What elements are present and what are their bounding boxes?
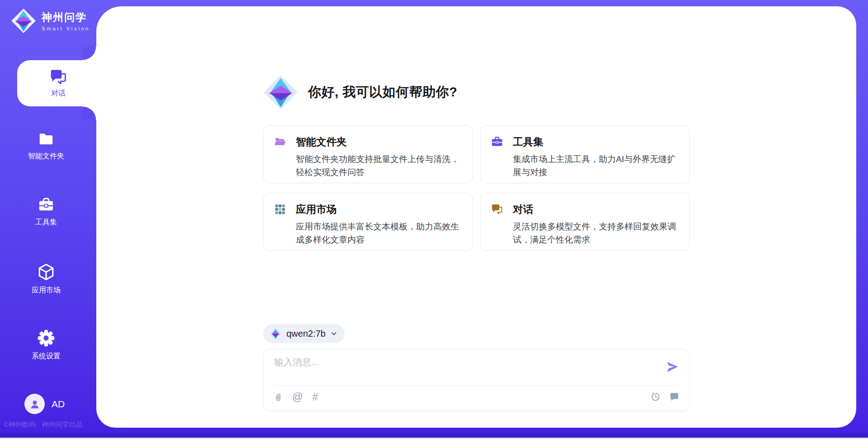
history-button[interactable]	[651, 391, 661, 402]
assistant-diamond-icon	[263, 75, 298, 110]
sidebar-item-label: 智能文件夹	[28, 152, 64, 161]
message-input[interactable]	[274, 356, 654, 382]
send-button[interactable]	[665, 360, 679, 375]
card-title: 对话	[513, 202, 533, 216]
gear-icon	[37, 329, 56, 348]
brand-logo: 神州问学 Smart Vision	[11, 8, 90, 33]
copyright-text: ©神州数码 · 神州问学出品	[4, 420, 96, 429]
composer-tools: @ #	[274, 391, 318, 402]
sidebar-item-label: 对话	[51, 89, 66, 98]
send-icon	[665, 360, 679, 374]
greeting-text: 你好, 我可以如何帮助你?	[308, 83, 458, 101]
person-icon	[29, 398, 41, 410]
history-icon	[651, 391, 661, 402]
brand-title: 神州问学	[42, 10, 90, 24]
card-app-market[interactable]: 应用市场 应用市场提供丰富长文本模板，助力高效生成多样化文章内容	[263, 193, 473, 251]
main-panel: 你好, 我可以如何帮助你? 智能文件夹 智能文件夹功能支持批量文件上传与清洗，轻…	[96, 6, 856, 428]
sidebar-item-smart-folder[interactable]: 智能文件夹	[0, 130, 92, 161]
brand-subtitle: Smart Vision	[42, 26, 90, 31]
paperclip-icon	[274, 392, 283, 402]
avatar	[24, 394, 45, 414]
user-account[interactable]: AD	[24, 394, 65, 414]
card-description: 灵活切换多模型文件，支持多样回复效果调试，满足个性化需求	[491, 220, 679, 246]
mention-button[interactable]: @	[292, 391, 303, 402]
conversation-button[interactable]	[669, 391, 679, 402]
composer-divider	[274, 386, 679, 386]
content-column: 你好, 我可以如何帮助你? 智能文件夹 智能文件夹功能支持批量文件上传与清洗，轻…	[263, 6, 690, 428]
composer-actions	[651, 391, 679, 402]
model-diamond-icon	[269, 328, 282, 340]
card-title: 智能文件夹	[296, 135, 347, 149]
cube-icon	[37, 262, 56, 282]
app-root: { "brand": { "title": "神州问学", "subtitle"…	[0, 0, 868, 439]
tab-fillet-top	[83, 47, 96, 60]
chat-icon	[49, 69, 67, 86]
sidebar: 神州问学 Smart Vision 对话 智能文件夹 工具集 应用市场	[0, 0, 96, 439]
sidebar-item-label: 应用市场	[32, 286, 61, 295]
card-description: 应用市场提供丰富长文本模板，助力高效生成多样化文章内容	[274, 220, 462, 246]
sidebar-item-label: 系统设置	[32, 352, 61, 361]
folder-icon	[37, 130, 55, 148]
card-smart-folder[interactable]: 智能文件夹 智能文件夹功能支持批量文件上传与清洗，轻松实现文件问答	[263, 125, 473, 183]
attach-button[interactable]	[274, 392, 283, 402]
card-chat[interactable]: 对话 灵活切换多模型文件，支持多样回复效果调试，满足个性化需求	[480, 193, 690, 251]
sidebar-item-app-market[interactable]: 应用市场	[0, 262, 92, 295]
sidebar-item-chat[interactable]: 对话	[17, 60, 99, 106]
brand-diamond-icon	[11, 8, 36, 33]
grid-icon	[274, 203, 286, 215]
at-icon: @	[292, 391, 303, 402]
chevron-down-icon	[330, 330, 337, 337]
greeting-block: 你好, 我可以如何帮助你?	[263, 75, 458, 110]
card-title: 应用市场	[296, 202, 337, 216]
card-title: 工具集	[513, 135, 544, 149]
tab-fillet-bottom	[83, 106, 96, 120]
user-name: AD	[52, 399, 65, 410]
chat-bubble-filled-icon	[669, 391, 679, 402]
sidebar-item-label: 工具集	[35, 218, 57, 227]
card-description: 集成市场上主流工具，助力AI与外界无缝扩展与对接	[491, 153, 679, 179]
hashtag-button[interactable]: #	[312, 391, 318, 402]
bottom-strip-dark	[0, 433, 868, 438]
model-selector[interactable]: qwen2:7b	[263, 324, 345, 343]
folder-open-icon	[274, 136, 286, 148]
card-description: 智能文件夹功能支持批量文件上传与清洗，轻松实现文件问答	[274, 153, 462, 179]
sidebar-item-toolbox[interactable]: 工具集	[0, 196, 92, 227]
feature-cards: 智能文件夹 智能文件夹功能支持批量文件上传与清洗，轻松实现文件问答 工具集 集成…	[263, 125, 690, 251]
briefcase-icon	[491, 136, 503, 148]
chat-bubbles-icon	[491, 203, 503, 215]
sidebar-item-settings[interactable]: 系统设置	[0, 329, 92, 361]
toolbox-icon	[37, 196, 55, 214]
message-composer: @ #	[263, 349, 690, 411]
hash-icon: #	[312, 391, 318, 402]
model-name: qwen2:7b	[287, 329, 326, 339]
card-toolbox[interactable]: 工具集 集成市场上主流工具，助力AI与外界无缝扩展与对接	[480, 125, 690, 183]
